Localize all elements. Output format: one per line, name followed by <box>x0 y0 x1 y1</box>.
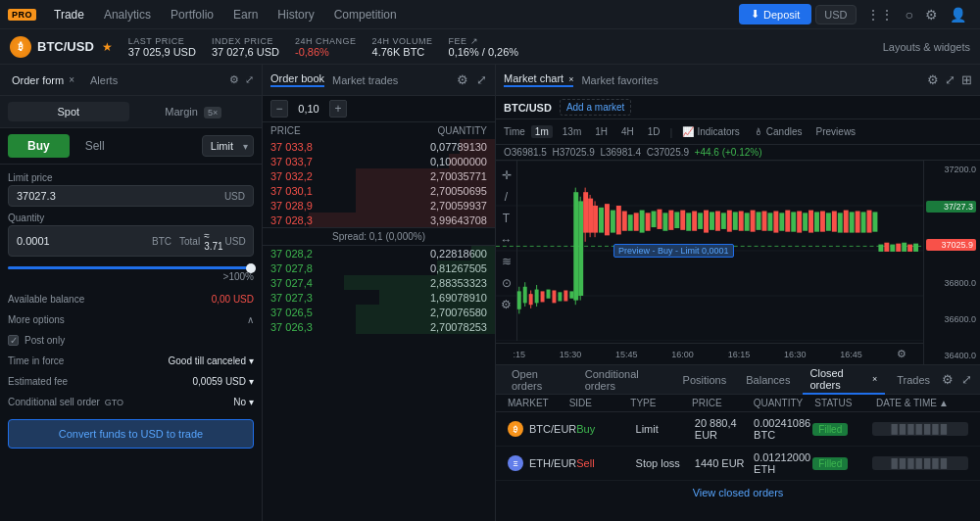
buy-order-row[interactable]: 37 027,4 2,88353323 <box>263 275 495 290</box>
tab-positions[interactable]: Positions <box>675 365 735 395</box>
currency-selector[interactable]: USD <box>815 5 856 24</box>
sell-order-row[interactable]: 37 033,8 0,07789130 <box>263 139 495 154</box>
add-market-button[interactable]: Add a market <box>560 99 631 116</box>
quantity-input[interactable] <box>17 235 152 247</box>
indicators-btn[interactable]: 📈 Indicators <box>678 125 743 138</box>
sort-date-header[interactable]: DATE & TIME ▲ <box>876 398 968 408</box>
table-header: MARKET SIDE TYPE PRICE QUANTITY STATUS D… <box>496 395 980 412</box>
bell-icon[interactable]: ○ <box>904 5 915 24</box>
price-label: 37200.0 <box>926 165 976 174</box>
gear-icon[interactable]: ⚙ <box>923 5 940 24</box>
spot-btn[interactable]: Spot <box>8 102 129 121</box>
time-axis: :15 15:30 15:45 16:00 16:15 16:30 16:45 … <box>496 343 923 364</box>
tab-market-trades[interactable]: Market trades <box>332 74 398 86</box>
nav-trade[interactable]: Trade <box>46 0 92 29</box>
nav-earn[interactable]: Earn <box>225 0 266 29</box>
bottom-tabs: Open orders Conditional orders Positions… <box>496 365 980 395</box>
buy-order-row[interactable]: 37 026,5 2,70076580 <box>263 305 495 319</box>
order-type-wrapper[interactable]: Limit <box>202 135 254 157</box>
svg-rect-35 <box>628 214 633 231</box>
buy-order-row[interactable]: 37 027,3 1,69078910 <box>263 290 495 305</box>
expand-icon[interactable]: ⤢ <box>961 372 972 387</box>
svg-rect-40 <box>657 210 662 229</box>
grid-icon[interactable]: ⋮⋮ <box>864 5 896 24</box>
svg-rect-47 <box>698 213 703 229</box>
conditional-sell-value[interactable]: No ▾ <box>233 397 254 407</box>
expand-icon[interactable]: ⤢ <box>945 72 956 87</box>
settings-icon[interactable]: ⚙ <box>927 72 939 87</box>
tab-alerts[interactable]: Alerts <box>86 74 122 86</box>
svg-rect-52 <box>727 211 732 232</box>
expand-icon[interactable]: ⤢ <box>476 72 487 87</box>
quantity-slider[interactable]: >100% <box>8 262 254 286</box>
user-icon[interactable]: 👤 <box>948 5 968 24</box>
svg-rect-38 <box>646 213 651 230</box>
tab-trades[interactable]: Trades <box>889 365 938 395</box>
post-only-checkbox[interactable]: ✓ <box>8 335 19 346</box>
chart-settings-icon[interactable]: ⚙ <box>897 348 906 360</box>
layouts-widgets-btn[interactable]: Layouts & widgets <box>883 41 970 53</box>
top-nav: PRO Trade Analytics Portfolio Earn Histo… <box>0 0 980 29</box>
deposit-button[interactable]: ⬇ Deposit <box>739 4 811 24</box>
settings-icon[interactable]: ⚙ <box>457 72 468 87</box>
svg-rect-69 <box>826 213 831 230</box>
svg-rect-76 <box>867 211 872 233</box>
grid-icon[interactable]: ⊞ <box>961 72 972 87</box>
buy-button[interactable]: Buy <box>8 134 70 158</box>
nav-analytics[interactable]: Analytics <box>96 0 159 29</box>
close-chart-icon[interactable]: × <box>568 74 573 84</box>
tab-closed-orders[interactable]: Closed orders × <box>803 365 886 395</box>
panel-icons: ⚙ ⤢ <box>229 73 254 86</box>
margin-btn[interactable]: Margin 5× <box>133 102 255 121</box>
tab-market-favorites[interactable]: Market favorites <box>581 74 658 86</box>
convert-funds-button[interactable]: Convert funds to USD to trade <box>8 419 254 449</box>
limit-price-input[interactable] <box>17 190 224 202</box>
tab-market-chart[interactable]: Market chart × <box>504 72 573 87</box>
timeframe-1d[interactable]: 1D <box>644 125 664 138</box>
expand-icon[interactable]: ⤢ <box>245 73 254 86</box>
time-in-force-value[interactable]: Good till canceled ▾ <box>169 355 255 366</box>
buy-order-row[interactable]: 37 028,2 0,22818600 <box>263 246 495 260</box>
tab-order-book[interactable]: Order book <box>270 72 324 87</box>
tab-order-form[interactable]: Order form × <box>8 74 78 86</box>
sell-order-row[interactable]: 37 028,3 3,99643708 <box>263 213 495 227</box>
more-options-toggle[interactable]: More options ∧ <box>8 312 254 327</box>
close-tab-icon[interactable]: × <box>872 374 877 384</box>
tab-conditional-orders[interactable]: Conditional orders <box>577 365 671 395</box>
sell-order-row[interactable]: 37 030,1 2,70050695 <box>263 183 495 198</box>
ticker-pair[interactable]: ₿ BTC/USD ★ <box>10 36 113 58</box>
total-value: ≈ 3.71 <box>204 230 222 252</box>
nav-portfolio[interactable]: Portfolio <box>163 0 221 29</box>
nav-competition[interactable]: Competition <box>326 0 405 29</box>
svg-rect-83 <box>907 245 912 252</box>
timeframe-4h[interactable]: 4H <box>617 125 638 138</box>
candles-btn[interactable]: 🕯 Candles <box>750 125 807 138</box>
timeframe-1m[interactable]: 1m <box>531 125 553 138</box>
tab-open-orders[interactable]: Open orders <box>504 365 573 395</box>
decrease-btn[interactable]: − <box>270 100 288 118</box>
svg-rect-42 <box>668 211 673 230</box>
preview-label: Preview - Buy - Limit 0,0001 <box>613 244 734 258</box>
spread-amount: 0,10 <box>294 103 323 115</box>
buy-order-row[interactable]: 37 027,8 0,81267505 <box>263 260 495 275</box>
settings-icon[interactable]: ⚙ <box>942 372 954 387</box>
close-order-form-icon[interactable]: × <box>69 74 74 85</box>
settings-icon[interactable]: ⚙ <box>229 73 239 86</box>
available-balance-value: 0,00 USD <box>212 294 254 305</box>
sell-order-row[interactable]: 37 032,2 2,70035771 <box>263 168 495 183</box>
timeframe-1h[interactable]: 1H <box>591 125 612 138</box>
svg-rect-43 <box>674 212 679 228</box>
view-closed-orders-btn[interactable]: View closed orders <box>496 481 980 504</box>
tab-balances[interactable]: Balances <box>738 365 798 395</box>
margin-badge: 5× <box>204 107 221 118</box>
buy-order-row[interactable]: 37 026,3 2,70078253 <box>263 319 495 334</box>
sell-order-row[interactable]: 37 028,9 2,70059937 <box>263 198 495 213</box>
increase-btn[interactable]: + <box>329 100 347 118</box>
svg-rect-31 <box>605 204 610 235</box>
nav-history[interactable]: History <box>270 0 321 29</box>
sell-order-row[interactable]: 37 033,7 0,10000000 <box>263 154 495 168</box>
previews-btn[interactable]: Previews <box>812 125 860 138</box>
favorite-star-icon[interactable]: ★ <box>102 40 113 54</box>
timeframe-13m[interactable]: 13m <box>559 125 585 138</box>
sell-button[interactable]: Sell <box>74 134 117 158</box>
